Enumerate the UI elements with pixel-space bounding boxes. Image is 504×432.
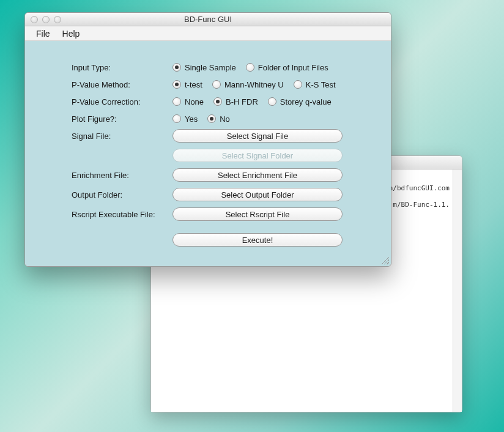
radios-pvalue-method: t-test Mann-Whitney U K-S Test bbox=[172, 80, 336, 89]
row-plot-figure: Plot Figure?: Yes No bbox=[72, 111, 372, 127]
row-input-type: Input Type: Single Sample Folder of Inpu… bbox=[72, 59, 372, 75]
label-pvalue-correction: P-Value Correction: bbox=[72, 97, 172, 106]
radio-icon bbox=[268, 97, 276, 106]
radios-pvalue-correction: None B-H FDR Storey q-value bbox=[172, 97, 332, 106]
radio-icon bbox=[212, 80, 221, 89]
content-panel: Input Type: Single Sample Folder of Inpu… bbox=[25, 41, 391, 266]
row-pvalue-correction: P-Value Correction: None B-H FDR Storey … bbox=[72, 94, 372, 110]
radio-icon bbox=[172, 114, 181, 123]
minimize-icon[interactable] bbox=[42, 16, 50, 23]
zoom-icon[interactable] bbox=[54, 16, 61, 23]
main-window: BD-Func GUI File Help Input Type: Single… bbox=[24, 12, 391, 267]
label-output-folder: Output Folder: bbox=[72, 190, 172, 199]
row-pvalue-method: P-Value Method: t-test Mann-Whitney U K-… bbox=[72, 76, 372, 92]
radio-single-sample[interactable]: Single Sample bbox=[172, 63, 236, 72]
row-rscript: Rscript Executable File: Select Rscript … bbox=[72, 206, 372, 222]
radio-icon bbox=[172, 63, 181, 72]
row-output-folder: Output Folder: Select Output Folder bbox=[72, 187, 372, 203]
select-rscript-file-button[interactable]: Select Rscript File bbox=[172, 207, 343, 221]
radio-icon bbox=[172, 80, 181, 89]
label-signal-file: Signal File: bbox=[72, 132, 172, 141]
radio-bhfdr[interactable]: B-H FDR bbox=[213, 97, 258, 106]
window-title: BD-Func GUI bbox=[25, 15, 391, 24]
row-signal-file: Signal File: Select Signal File bbox=[72, 128, 372, 144]
menu-help[interactable]: Help bbox=[56, 27, 86, 40]
radio-storey[interactable]: Storey q-value bbox=[268, 97, 332, 106]
execute-button[interactable]: Execute! bbox=[172, 233, 343, 247]
radio-kstest[interactable]: K-S Test bbox=[294, 80, 336, 89]
radio-icon bbox=[246, 63, 254, 72]
radio-mannwhitney[interactable]: Mann-Whitney U bbox=[212, 80, 284, 89]
radio-folder-input[interactable]: Folder of Input Files bbox=[246, 63, 328, 72]
label-input-type: Input Type: bbox=[72, 63, 172, 72]
row-execute: Execute! bbox=[72, 232, 372, 248]
resize-grip-icon[interactable] bbox=[380, 256, 389, 264]
radio-icon bbox=[207, 114, 216, 123]
row-signal-folder: Select Signal Folder bbox=[72, 147, 372, 163]
radios-plot-figure: Yes No bbox=[172, 114, 230, 124]
label-enrichment-file: Enrichment File: bbox=[72, 171, 172, 180]
label-pvalue-method: P-Value Method: bbox=[72, 80, 172, 89]
radio-yes[interactable]: Yes bbox=[172, 114, 198, 124]
label-rscript: Rscript Executable File: bbox=[72, 210, 172, 219]
radio-icon bbox=[172, 97, 181, 106]
radio-icon bbox=[294, 80, 302, 89]
label-plot-figure: Plot Figure?: bbox=[72, 114, 172, 124]
close-icon[interactable] bbox=[31, 16, 38, 23]
menubar: File Help bbox=[25, 26, 391, 41]
scrollbar[interactable] bbox=[453, 169, 462, 412]
radio-no[interactable]: No bbox=[207, 114, 230, 124]
radio-none[interactable]: None bbox=[172, 97, 204, 106]
radios-input-type: Single Sample Folder of Input Files bbox=[172, 63, 328, 72]
select-enrichment-file-button[interactable]: Select Enrichment File bbox=[172, 168, 343, 182]
titlebar[interactable]: BD-Func GUI bbox=[25, 13, 391, 26]
select-signal-file-button[interactable]: Select Signal File bbox=[172, 129, 343, 143]
traffic-lights bbox=[25, 16, 61, 23]
radio-icon bbox=[213, 97, 222, 106]
select-signal-folder-button: Select Signal Folder bbox=[172, 149, 343, 162]
select-output-folder-button[interactable]: Select Output Folder bbox=[172, 188, 343, 201]
radio-ttest[interactable]: t-test bbox=[172, 80, 202, 89]
menu-file[interactable]: File bbox=[30, 27, 56, 40]
row-enrichment-file: Enrichment File: Select Enrichment File bbox=[72, 167, 372, 183]
